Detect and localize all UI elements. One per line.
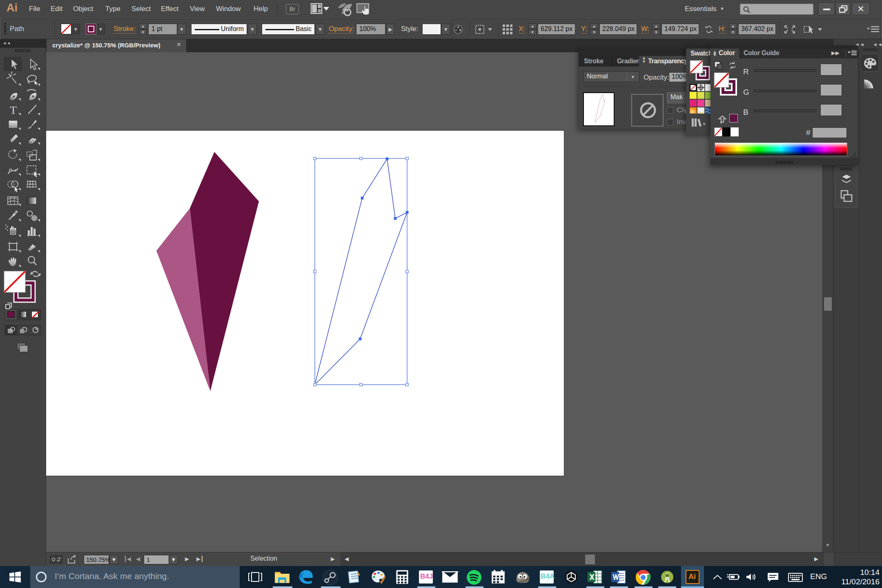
svg-text:T: T bbox=[10, 104, 17, 116]
